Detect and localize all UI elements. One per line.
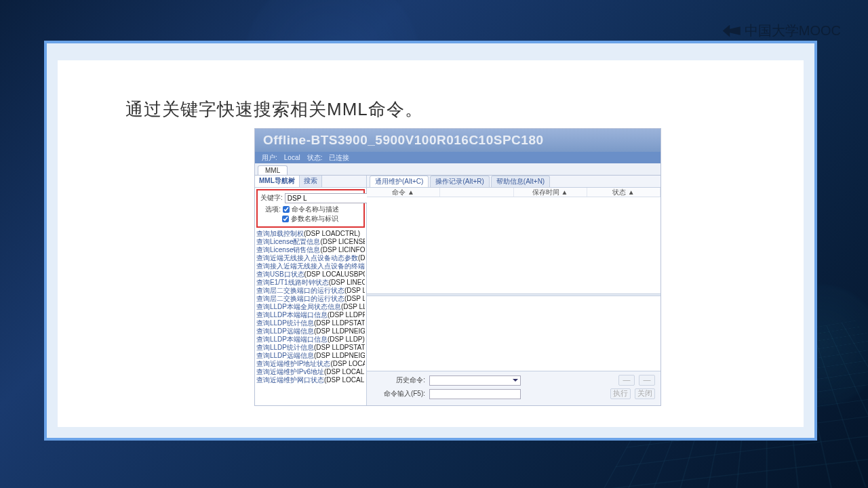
result-item[interactable]: 查询LLDP统计信息(DSP LLDPSTAT) <box>256 319 365 327</box>
tab-oplog[interactable]: 操作记录(Alt+R) <box>430 176 489 187</box>
nav-prev-button[interactable]: — <box>618 375 635 386</box>
result-item[interactable]: 查询License销售信息(DSP LICINFO) <box>256 246 365 254</box>
output-log <box>367 296 660 371</box>
tab-help[interactable]: 帮助信息(Alt+N) <box>491 176 550 187</box>
search-results: 查询加载控制权(DSP LOADCTRL)查询License配置信息(DSP L… <box>255 229 366 405</box>
result-item[interactable]: 查询License配置信息(DSP LICENSE) <box>256 238 365 246</box>
result-item[interactable]: 查询E1/T1线路时钟状态(DSP LINECLK) <box>256 279 365 287</box>
history-label: 历史命令: <box>372 375 425 385</box>
result-item[interactable]: 查询LLDP远端信息(DSP LLDPNEIGHBOR) <box>256 327 365 336</box>
keyword-input[interactable] <box>285 193 376 203</box>
close-button[interactable]: 关闭 <box>635 388 655 399</box>
result-item[interactable]: 查询LLDP本端端口信息(DSP LLDP) <box>256 336 365 344</box>
result-item[interactable]: 查询近端维护IP地址状态(DSP LOCALIP) <box>256 360 365 368</box>
options-label: 选项: <box>264 205 281 214</box>
result-item[interactable]: 查询LLDP统计信息(DSP LLDPSTATINFO) <box>256 344 365 352</box>
watermark-text: 中国大学MOOC <box>745 22 841 40</box>
left-pane: MML导航树 搜索 关键字: 确定 选项: 命令名称与描述 <box>255 176 367 405</box>
result-item[interactable]: 查询LLDP本端全局状态信息(DSP LLDPGLOBA <box>256 303 365 311</box>
cmd-input-label: 命令输入(F5): <box>372 389 425 399</box>
result-table-body <box>367 197 660 293</box>
slide-frame: 通过关键字快速搜索相关MML命令。 Offline-BTS3900_5900V1… <box>44 41 817 441</box>
app-title: Offline-BTS3900_5900V100R016C10SPC180 <box>263 133 544 148</box>
result-item[interactable]: 查询LLDP远端信息(DSP LLDPNEIGHBORINFO <box>256 352 365 360</box>
tab-mml-tree[interactable]: MML导航树 <box>255 176 300 187</box>
app-infobar: 用户: Local 状态: 已连接 <box>255 152 660 163</box>
cmd-input[interactable] <box>429 389 521 399</box>
result-item[interactable]: 查询近端无线接入点设备动态参数(DSP LOCA <box>256 254 365 262</box>
user-label: 用户: <box>262 153 277 163</box>
command-bar: 历史命令: — — 命令输入(F5): 执行 关闭 <box>367 371 660 405</box>
slide-body: 通过关键字快速搜索相关MML命令。 Offline-BTS3900_5900V1… <box>58 60 804 427</box>
megaphone-icon <box>723 25 741 37</box>
status-label: 状态: <box>307 153 323 163</box>
result-item[interactable]: 查询层二交换端口的运行状态(DSP LSWPORT <box>256 295 365 303</box>
tab-maintenance[interactable]: 通用维护(Alt+C) <box>370 176 429 187</box>
opt-param-checkbox[interactable] <box>282 216 289 222</box>
result-item[interactable]: 查询层二交换端口的运行状态(DSP LANSWIT <box>256 287 365 295</box>
mooc-watermark: 中国大学MOOC <box>723 22 841 40</box>
result-item[interactable]: 查询近端维护网口状态(DSP LOCALETHPORT <box>256 376 365 384</box>
opt-name-desc-label: 命令名称与描述 <box>292 205 339 214</box>
result-item[interactable]: 查询近端维护IPv6地址(DSP LOCALIP6) <box>256 368 365 376</box>
opt-param-label: 参数名称与标识 <box>291 214 338 224</box>
top-tab-row: MML <box>255 163 660 176</box>
right-tabs: 通用维护(Alt+C) 操作记录(Alt+R) 帮助信息(Alt+N) <box>367 176 660 188</box>
app-titlebar: Offline-BTS3900_5900V100R016C10SPC180 <box>255 129 660 152</box>
result-item[interactable]: 查询接入近端无线接入点设备的终端信息(DS <box>256 262 365 270</box>
col-savetime[interactable]: 保存时间 ▲ <box>514 188 587 197</box>
tab-mml[interactable]: MML <box>258 165 288 175</box>
status-value: 已连接 <box>329 153 349 163</box>
col-blank <box>440 188 513 197</box>
workspace: MML导航树 搜索 关键字: 确定 选项: 命令名称与描述 <box>255 176 660 405</box>
col-command[interactable]: 命令 ▲ <box>367 188 440 197</box>
slide-heading: 通过关键字快速搜索相关MML命令。 <box>125 98 423 121</box>
col-status[interactable]: 状态 ▲ <box>587 188 660 197</box>
search-box: 关键字: 确定 选项: 命令名称与描述 参数名称与标识 <box>256 189 365 228</box>
result-item[interactable]: 查询USB口状态(DSP LOCALUSBPORT) <box>256 270 365 279</box>
user-value: Local <box>284 154 300 161</box>
result-item[interactable]: 查询LLDP本端端口信息(DSP LLDPPORT) <box>256 311 365 319</box>
keyword-label: 关键字: <box>260 193 283 203</box>
tab-search[interactable]: 搜索 <box>300 176 322 187</box>
mml-app-window: Offline-BTS3900_5900V100R016C10SPC180 用户… <box>254 128 661 406</box>
result-table-header: 命令 ▲ 保存时间 ▲ 状态 ▲ <box>367 188 660 197</box>
left-nav-tabs: MML导航树 搜索 <box>255 176 366 188</box>
execute-button[interactable]: 执行 <box>610 388 631 399</box>
opt-name-desc-checkbox[interactable] <box>283 206 290 213</box>
nav-next-button[interactable]: — <box>639 375 655 386</box>
right-pane: 通用维护(Alt+C) 操作记录(Alt+R) 帮助信息(Alt+N) 命令 ▲… <box>367 176 660 405</box>
result-item[interactable]: 查询加载控制权(DSP LOADCTRL) <box>256 230 365 238</box>
history-select[interactable] <box>429 375 521 386</box>
